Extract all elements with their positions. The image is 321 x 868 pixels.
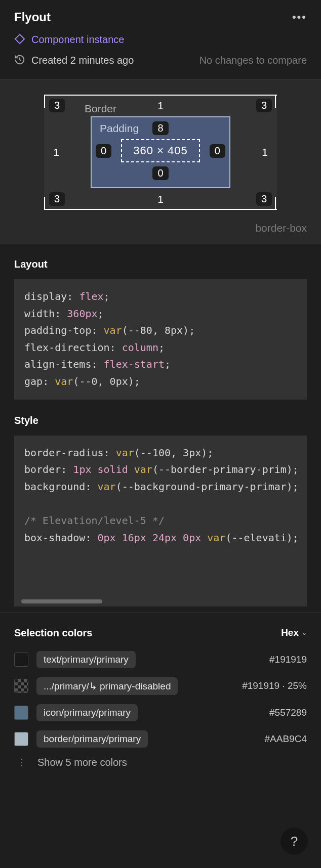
component-instance-icon — [14, 33, 25, 46]
color-swatch[interactable] — [14, 653, 28, 667]
color-swatch[interactable] — [14, 679, 28, 693]
chevron-down-icon: ⌄ — [302, 629, 307, 636]
corner-tl[interactable]: 3 — [49, 99, 65, 112]
border-bottom[interactable]: 1 — [153, 193, 168, 205]
color-name-chip[interactable]: text/primary/primary — [36, 651, 136, 668]
layout-section: Layout display: flex; width: 360px; padd… — [0, 244, 321, 406]
color-name-chip[interactable]: border/primary/primary — [36, 730, 148, 748]
more-icon[interactable]: ••• — [292, 11, 307, 24]
instance-label: Component instance — [31, 34, 124, 46]
layout-code-block[interactable]: display: flex; width: 360px; padding-top… — [14, 279, 307, 400]
style-section: Style border-radius: var(--100, 3px); bo… — [0, 406, 321, 613]
color-list: text/primary/primary#191919.../primary/↳… — [14, 651, 307, 748]
nochanges-label: No changes to compare — [199, 55, 307, 66]
style-title: Style — [14, 415, 307, 426]
color-swatch[interactable] — [14, 732, 28, 746]
show-more-colors[interactable]: Show 5 more colors — [37, 757, 127, 768]
corner-br[interactable]: 3 — [256, 192, 272, 206]
color-format-label: Hex — [281, 627, 299, 638]
padding-top[interactable]: 8 — [152, 121, 168, 135]
created-label: Created 2 minutes ago — [31, 55, 134, 66]
help-icon: ? — [291, 834, 298, 849]
boxmodel-padding[interactable]: Padding 8 0 360 × 405 0 0 — [91, 116, 230, 188]
svg-rect-0 — [15, 34, 24, 44]
layout-title: Layout — [14, 258, 307, 270]
horizontal-scrollbar[interactable] — [21, 599, 102, 603]
corner-tr[interactable]: 3 — [256, 99, 272, 112]
padding-right[interactable]: 0 — [210, 144, 225, 158]
color-hex-value: #191919 — [269, 654, 307, 665]
padding-bottom[interactable]: 0 — [152, 166, 168, 180]
color-row[interactable]: border/primary/primary#AAB9C4 — [14, 730, 307, 748]
color-hex-value: #191919 · 25% — [242, 680, 307, 691]
color-row[interactable]: icon/primary/primary#557289 — [14, 704, 307, 721]
style-code-block[interactable]: border-radius: var(--100, 3px); border: … — [14, 436, 307, 606]
history-icon — [14, 54, 25, 67]
selection-colors-section: Selection colors Hex ⌄ text/primary/prim… — [0, 613, 321, 768]
instance-row[interactable]: Component instance — [14, 33, 307, 46]
boxmodel-border[interactable]: Border 3 1 3 1 Padding 8 0 360 × 405 0 0 — [44, 95, 277, 210]
color-name-chip[interactable]: .../primary/↳ primary-disabled — [36, 677, 178, 695]
panel-header: Flyout ••• Component instance Created 2 … — [0, 0, 321, 74]
border-label: Border — [85, 103, 116, 115]
color-hex-value: #AAB9C4 — [265, 733, 307, 745]
border-right[interactable]: 1 — [258, 146, 272, 158]
content-size[interactable]: 360 × 405 — [121, 139, 199, 162]
panel-title: Flyout — [14, 10, 51, 24]
color-row[interactable]: text/primary/primary#191919 — [14, 651, 307, 668]
boxmodel-panel: Border 3 1 3 1 Padding 8 0 360 × 405 0 0 — [0, 79, 321, 244]
color-swatch[interactable] — [14, 706, 28, 720]
padding-label: Padding — [100, 122, 139, 135]
border-top[interactable]: 1 — [153, 100, 168, 112]
selection-colors-title: Selection colors — [14, 627, 93, 639]
color-row[interactable]: .../primary/↳ primary-disabled#191919 · … — [14, 677, 307, 695]
border-left[interactable]: 1 — [49, 146, 63, 158]
color-hex-value: #557289 — [269, 707, 307, 718]
corner-bl[interactable]: 3 — [49, 192, 65, 206]
box-sizing-label: border-box — [14, 222, 307, 234]
padding-left[interactable]: 0 — [96, 144, 111, 158]
color-format-dropdown[interactable]: Hex ⌄ — [281, 627, 307, 638]
color-name-chip[interactable]: icon/primary/primary — [36, 704, 138, 721]
vertical-dots-icon[interactable]: ⋮ — [17, 760, 26, 765]
help-button[interactable]: ? — [280, 828, 308, 855]
